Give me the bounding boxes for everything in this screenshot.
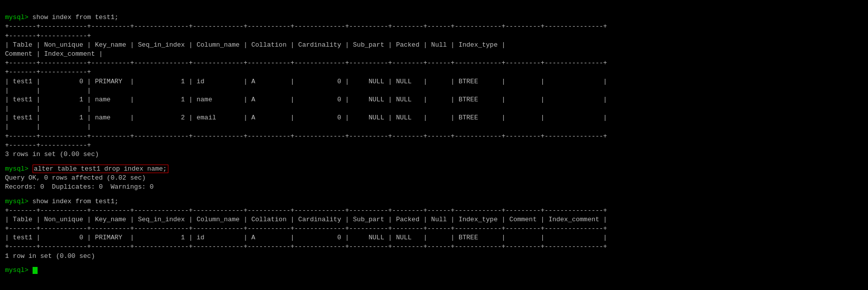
terminal-line-l10: | | | [5,104,863,113]
terminal-line-l9: | test1 | 1 | name | 1 | name | A | 0 | … [5,95,863,104]
terminal-line-l4: | Table | Non_unique | Key_name | Seq_in… [5,41,863,50]
terminal-cursor [33,267,38,274]
terminal-line-l6: +-------+------------+ [5,68,863,77]
terminal-line-l5: +-------+------------+----------+-------… [5,59,863,68]
terminal-line-l3: +-------+------------+ [5,32,863,41]
terminal-line-l20 [5,192,863,197]
terminal-line-l27: 1 row in set (0.00 sec) [5,252,863,261]
prompt-label: mysql> [5,14,33,21]
terminal-line-l12: | | | [5,122,863,131]
terminal-line-l17: mysql> alter table test1 drop index name… [5,165,863,174]
highlighted-command: alter table test1 drop index name; [33,165,168,173]
terminal-line-l15: 3 rows in set (0.00 sec) [5,150,863,159]
prompt-label: mysql> [5,165,33,173]
terminal-line-l25: | test1 | 0 | PRIMARY | 1 | id | A | 0 |… [5,233,863,242]
terminal-line-l16 [5,159,863,164]
terminal-line-l2: +-------+------------+----------+-------… [5,22,863,31]
terminal-line-l26: +-------+------------+----------+-------… [5,242,863,251]
terminal-window: mysql> show index from test1;+-------+--… [5,4,863,275]
terminal-line-l4b: Comment | Index_comment | [5,50,863,59]
terminal-line-l28 [5,261,863,266]
command-text: show index from test1; [33,14,119,21]
terminal-line-l13: +-------+------------+----------+-------… [5,132,863,141]
terminal-line-l21: mysql> show index from test1; [5,197,863,206]
terminal-line-l8: | | | [5,86,863,95]
terminal-line-l7: | test1 | 0 | PRIMARY | 1 | id | A | 0 |… [5,77,863,86]
terminal-line-l23: | Table | Non_unique | Key_name | Seq_in… [5,215,863,224]
terminal-line-l18: Query OK, 0 rows affected (0.02 sec) [5,174,863,183]
terminal-line-l24: +-------+------------+----------+-------… [5,224,863,233]
terminal-line-l19: Records: 0 Duplicates: 0 Warnings: 0 [5,183,863,192]
prompt-label: mysql> [5,198,33,205]
terminal-line-l11: | test1 | 1 | name | 2 | email | A | 0 |… [5,113,863,122]
terminal-line-l1: mysql> show index from test1; [5,13,863,22]
terminal-line-l29: mysql> [5,266,863,275]
command-text: show index from test1; [33,198,119,205]
terminal-line-l22: +-------+------------+----------+-------… [5,206,863,215]
prompt-label: mysql> [5,266,33,274]
terminal-line-l14: +-------+------------+ [5,141,863,150]
